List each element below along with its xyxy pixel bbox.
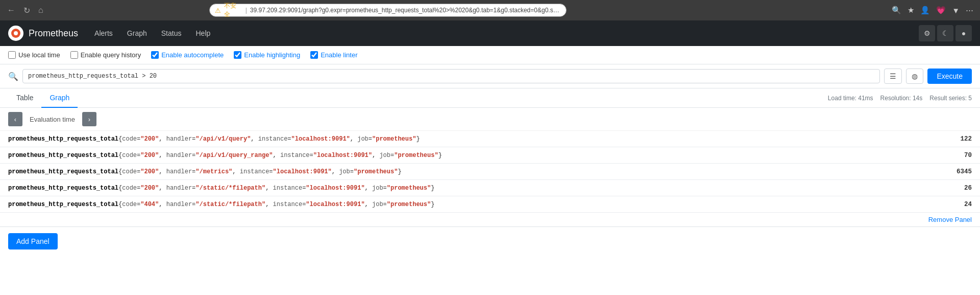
enable-linter-label[interactable]: Enable linter (310, 51, 357, 59)
address-bar[interactable]: ⚠ 不安全 | 39.97.209.29:9091/graph?g0.expr=… (209, 4, 567, 17)
history-button[interactable]: ◍ (906, 69, 923, 84)
panel-footer: Remove Panel (0, 213, 980, 226)
load-time: Load time: 41ms (828, 95, 873, 102)
extension-icon-3[interactable]: ▼ (950, 5, 961, 16)
extension-icon-2[interactable]: 💗 (935, 4, 947, 16)
label-value: "localhost:9091" (306, 185, 364, 192)
table-row: prometheus_http_requests_total{code="200… (0, 164, 980, 180)
label-value: "200" (140, 152, 159, 159)
metric-labels: {code="200", handler="/metrics", instanc… (118, 168, 402, 175)
address-warning-text: 不安全 (224, 2, 242, 19)
label-key: code (122, 152, 137, 159)
label-value: "/static/*filepath" (195, 185, 265, 192)
enable-autocomplete-checkbox[interactable] (151, 51, 159, 59)
help-link[interactable]: Help (189, 25, 216, 41)
search-page-button[interactable]: 🔍 (890, 4, 903, 16)
result-series: Result series: 5 (929, 95, 972, 102)
metric-value: 26 (939, 180, 980, 196)
enable-query-history-text: Enable query history (81, 51, 141, 59)
label-key: code (122, 201, 137, 208)
table-body: prometheus_http_requests_total{code="200… (0, 131, 980, 213)
metric-labels: {code="200", handler="/api/v1/query", in… (118, 135, 420, 143)
metric-labels: {code="200", handler="/static/*filepath"… (118, 185, 434, 192)
label-value: "prometheus" (372, 135, 416, 143)
label-value: "/static/*filepath" (195, 201, 265, 208)
eval-time-label: Evaluation time (26, 116, 79, 123)
enable-highlighting-label[interactable]: Enable highlighting (234, 51, 300, 59)
refresh-button[interactable]: ↻ (21, 4, 32, 17)
metric-labels: {code="200", handler="/api/v1/query_rang… (118, 152, 442, 159)
label-value: "prometheus" (394, 152, 438, 159)
metric-name: prometheus_http_requests_total (8, 201, 118, 208)
label-key: code (122, 185, 137, 192)
metric-name: prometheus_http_requests_total (8, 152, 118, 159)
label-value: "localhost:9091" (273, 168, 332, 175)
status-link[interactable]: Status (155, 25, 188, 41)
enable-query-history-checkbox[interactable] (70, 51, 78, 59)
metric-value: 122 (939, 131, 980, 147)
more-button[interactable]: ⋯ (964, 4, 975, 16)
table-row: prometheus_http_requests_total{code="200… (0, 180, 980, 196)
tabs-bar: Table Graph Load time: 41ms Resolution: … (0, 88, 980, 108)
metric-value: 6345 (939, 164, 980, 180)
browser-chrome: ← ↻ ⌂ ⚠ 不安全 | 39.97.209.29:9091/graph?g0… (0, 0, 980, 20)
metric-value: 70 (939, 147, 980, 164)
metric-cell: prometheus_http_requests_total{code="200… (0, 164, 939, 180)
extension-icon-1[interactable]: 👤 (919, 4, 932, 16)
query-input[interactable] (22, 69, 880, 83)
security-warning-icon: ⚠ (215, 7, 221, 14)
theme-button[interactable]: ● (955, 25, 972, 41)
results-table: prometheus_http_requests_total{code="200… (0, 131, 980, 213)
use-local-time-text: Use local time (18, 51, 60, 59)
use-local-time-label[interactable]: Use local time (8, 51, 60, 59)
label-key: code (122, 135, 137, 143)
remove-panel-link[interactable]: Remove Panel (928, 216, 972, 223)
metric-cell: prometheus_http_requests_total{code="200… (0, 180, 939, 196)
add-panel-button[interactable]: Add Panel (8, 233, 58, 249)
execute-button[interactable]: Execute (927, 69, 972, 84)
graph-link[interactable]: Graph (121, 25, 153, 41)
label-value: "200" (140, 185, 159, 192)
metric-name: prometheus_http_requests_total (8, 135, 118, 143)
tab-graph[interactable]: Graph (41, 88, 78, 108)
tab-table[interactable]: Table (8, 88, 41, 108)
navbar: Prometheus Alerts Graph Status Help ⚙ ☾ … (0, 20, 980, 46)
label-key: code (122, 168, 137, 175)
label-key: handler (166, 135, 192, 143)
enable-highlighting-checkbox[interactable] (234, 51, 241, 59)
query-search-icon: 🔍 (8, 72, 18, 81)
label-key: handler (166, 168, 192, 175)
eval-prev-button[interactable]: ‹ (8, 112, 22, 126)
home-button[interactable]: ⌂ (36, 4, 45, 17)
label-key: instance (280, 152, 310, 159)
label-value: "localhost:9091" (291, 135, 350, 143)
address-text: 39.97.209.29:9091/graph?g0.expr=promethe… (250, 7, 561, 14)
logo-icon (11, 28, 21, 38)
query-bar: 🔍 ☰ ◍ Execute (0, 64, 980, 88)
navbar-links: Alerts Graph Status Help (88, 25, 216, 41)
label-value: "/api/v1/query" (195, 135, 251, 143)
browser-toolbar: 🔍 ★ 👤 💗 ▼ ⋯ (890, 4, 975, 16)
dark-mode-button[interactable]: ☾ (937, 25, 953, 41)
label-value: "200" (140, 168, 159, 175)
label-key: job (379, 152, 390, 159)
metric-cell: prometheus_http_requests_total{code="200… (0, 147, 939, 164)
bookmark-button[interactable]: ★ (906, 4, 916, 16)
enable-autocomplete-label[interactable]: Enable autocomplete (151, 51, 224, 59)
enable-linter-checkbox[interactable] (310, 51, 318, 59)
settings-button[interactable]: ⚙ (919, 25, 935, 41)
label-key: job (372, 201, 383, 208)
svg-point-1 (14, 31, 18, 35)
alerts-link[interactable]: Alerts (88, 25, 119, 41)
label-key: handler (166, 152, 192, 159)
format-button[interactable]: ☰ (884, 69, 902, 84)
back-button[interactable]: ← (5, 4, 17, 17)
use-local-time-checkbox[interactable] (8, 51, 16, 59)
metric-name: prometheus_http_requests_total (8, 185, 118, 192)
eval-next-button[interactable]: › (82, 112, 96, 126)
add-panel-section: Add Panel (0, 226, 980, 256)
label-value: "404" (140, 201, 159, 208)
enable-query-history-label[interactable]: Enable query history (70, 51, 141, 59)
label-value: "prometheus" (387, 185, 431, 192)
label-key: handler (166, 185, 192, 192)
